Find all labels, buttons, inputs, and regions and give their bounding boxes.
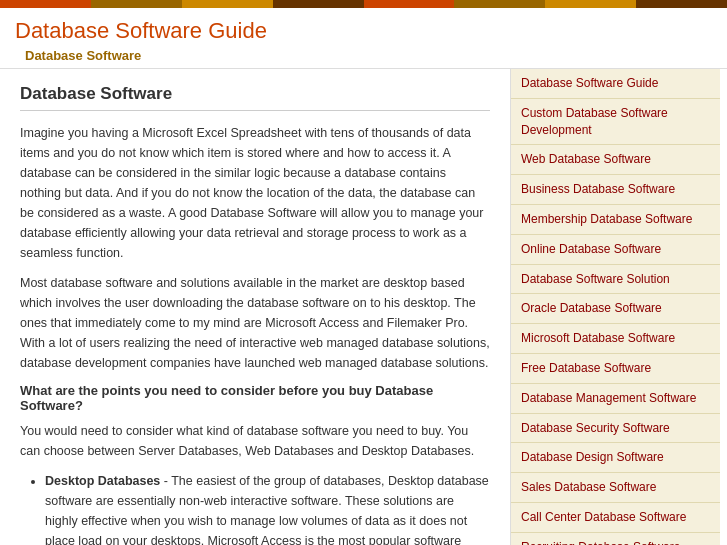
sidebar-item-13[interactable]: Sales Database Software — [511, 473, 720, 503]
sidebar-item-10[interactable]: Database Management Software — [511, 384, 720, 414]
sidebar-item-0[interactable]: Database Software Guide — [511, 69, 720, 99]
sidebar-item-6[interactable]: Database Software Solution — [511, 265, 720, 295]
main-content: Database Software Imagine you having a M… — [0, 69, 510, 545]
breadcrumb: Database Software — [15, 48, 712, 63]
sidebar-item-11[interactable]: Database Security Software — [511, 414, 720, 444]
subheading: What are the points you need to consider… — [20, 383, 490, 413]
page-heading: Database Software — [20, 84, 490, 111]
sidebar-item-5[interactable]: Online Database Software — [511, 235, 720, 265]
bar-seg-3 — [182, 0, 273, 8]
subparagraph: You would need to consider what kind of … — [20, 421, 490, 461]
site-title: Database Software Guide — [15, 18, 712, 44]
sidebar-item-3[interactable]: Business Database Software — [511, 175, 720, 205]
sidebar-item-8[interactable]: Microsoft Database Software — [511, 324, 720, 354]
sidebar-item-1[interactable]: Custom Database Software Development — [511, 99, 720, 146]
sidebar-item-15[interactable]: Recruiting Database Software — [511, 533, 720, 545]
sidebar-item-7[interactable]: Oracle Database Software — [511, 294, 720, 324]
sidebar-item-14[interactable]: Call Center Database Software — [511, 503, 720, 533]
bar-seg-2 — [91, 0, 182, 8]
sidebar-item-9[interactable]: Free Database Software — [511, 354, 720, 384]
bullet-item-desktop: Desktop Databases - The easiest of the g… — [45, 471, 490, 545]
bar-seg-4 — [273, 0, 364, 8]
sidebar-item-2[interactable]: Web Database Software — [511, 145, 720, 175]
bar-seg-6 — [454, 0, 545, 8]
header: Database Software Guide Database Softwar… — [0, 8, 727, 69]
bar-seg-1 — [0, 0, 91, 8]
bar-seg-5 — [364, 0, 455, 8]
sidebar: Database Software Guide Custom Database … — [510, 69, 720, 545]
sidebar-item-4[interactable]: Membership Database Software — [511, 205, 720, 235]
paragraph-2: Most database software and solutions ava… — [20, 273, 490, 373]
bullet-list: Desktop Databases - The easiest of the g… — [20, 471, 490, 545]
sidebar-item-12[interactable]: Database Design Software — [511, 443, 720, 473]
top-bar — [0, 0, 727, 8]
paragraph-1: Imagine you having a Microsoft Excel Spr… — [20, 123, 490, 263]
bullet-title-desktop: Desktop Databases — [45, 474, 160, 488]
bar-seg-8 — [636, 0, 727, 8]
layout: Database Software Imagine you having a M… — [0, 69, 727, 545]
bar-seg-7 — [545, 0, 636, 8]
